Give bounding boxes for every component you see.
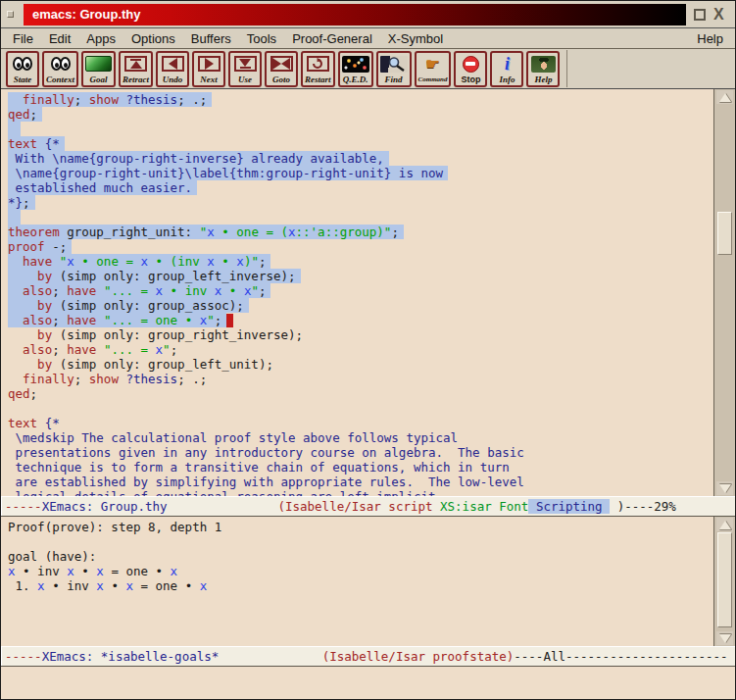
use-button[interactable]: Use <box>228 51 262 87</box>
code-line[interactable]: 1. x • inv x • x = one • x <box>8 578 713 593</box>
goals-modeline[interactable]: -----XEmacs: *isabelle-goals* (Isabelle/… <box>1 646 735 667</box>
code-line[interactable]: are established by simplifying with appr… <box>8 475 713 489</box>
code-line[interactable]: by (simp only: group_left_unit); <box>8 357 713 372</box>
token <box>8 313 23 327</box>
token: x <box>125 578 133 593</box>
close-button[interactable]: X <box>713 9 724 21</box>
goals-buffer[interactable]: Proof(prove): step 8, depth 1goal (have)… <box>1 517 713 646</box>
code-line[interactable]: also; have "... = x • inv x • x"; <box>8 283 713 298</box>
undo-button[interactable]: Undo <box>156 51 189 87</box>
source-scrollbar-thumb[interactable] <box>717 212 732 255</box>
token: qed <box>8 107 30 122</box>
scroll-up-arrow-icon[interactable] <box>716 518 733 531</box>
goal-button[interactable]: Goal <box>81 51 116 87</box>
code-line[interactable]: finally; show ?thesis; .; <box>8 92 713 107</box>
maximize-button[interactable] <box>694 9 706 21</box>
menu-x-symbol[interactable]: X-Symbol <box>380 31 451 46</box>
token: ; <box>30 107 38 122</box>
code-line[interactable] <box>8 401 713 416</box>
code-line[interactable]: *}; <box>8 195 713 210</box>
code-line[interactable]: Proof(prove): step 8, depth 1 <box>8 520 713 534</box>
menu-file[interactable]: File <box>5 31 41 46</box>
code-line[interactable] <box>8 122 713 136</box>
code-line[interactable]: technique is to form a transitive chain … <box>8 460 713 475</box>
code-line[interactable]: \medskip The calculational proof style a… <box>8 430 713 445</box>
window-menu-icon[interactable] <box>7 11 14 18</box>
menu-apps[interactable]: Apps <box>78 31 123 46</box>
state-button[interactable]: State <box>6 51 39 87</box>
stop-sign-icon <box>463 56 479 73</box>
code-line[interactable]: by (simp only: group_left_inverse); <box>8 269 713 283</box>
menu-help[interactable]: Help <box>689 31 731 46</box>
code-line[interactable]: logical details of equational reasoning … <box>8 489 713 496</box>
code-line[interactable]: qed; <box>8 386 713 401</box>
goals-scrollbar-thumb[interactable] <box>717 532 732 627</box>
token: ; <box>171 342 178 357</box>
code-line[interactable]: by (simp only: group_assoc); <box>8 298 713 313</box>
toolbar: State Context Goal Retract Undo Next Use <box>1 49 735 89</box>
code-line[interactable] <box>8 210 713 225</box>
code-line[interactable]: also; have "... = x"; <box>8 342 713 357</box>
token <box>8 298 37 313</box>
restart-cycle-icon <box>307 56 329 72</box>
scroll-down-arrow-icon[interactable] <box>716 481 733 495</box>
minibuffer[interactable] <box>1 667 735 700</box>
token: text <box>8 416 37 430</box>
info-button-label: Info <box>499 75 515 85</box>
code-line[interactable]: text {* <box>8 416 713 430</box>
modeline-segment <box>168 499 278 514</box>
code-line[interactable]: \name{group-right-unit}\label{thm:group-… <box>8 166 713 180</box>
code-line[interactable]: With \name{group-right-inverse} already … <box>8 151 713 166</box>
token: ; <box>215 313 222 327</box>
goto-button[interactable]: Goto <box>265 51 298 87</box>
code-line[interactable]: goal (have): <box>8 549 713 564</box>
retract-button[interactable]: Retract <box>119 51 153 87</box>
fireworks-icon <box>342 56 369 73</box>
code-line[interactable]: qed; <box>8 107 713 122</box>
token: x <box>96 564 104 578</box>
stop-button[interactable]: Stop <box>454 51 487 87</box>
title-bar[interactable]: emacs: Group.thy X <box>1 1 735 28</box>
code-line[interactable]: also; have "... = one • x"; <box>8 313 713 327</box>
info-button[interactable]: i Info <box>490 51 523 87</box>
scroll-down-arrow-icon[interactable] <box>716 631 733 645</box>
menu-buffers[interactable]: Buffers <box>183 31 239 46</box>
token: x <box>141 254 149 269</box>
goals-scrollbar[interactable] <box>713 517 735 646</box>
token <box>8 342 23 357</box>
menu-edit[interactable]: Edit <box>41 31 78 46</box>
context-button[interactable]: Context <box>42 51 78 87</box>
scroll-up-arrow-icon[interactable] <box>716 90 733 104</box>
code-line[interactable]: have "x • one = x • (inv x • x)"; <box>8 254 713 269</box>
source-modeline[interactable]: -----XEmacs: Group.thy (Isabelle/Isar sc… <box>1 496 735 517</box>
text-cursor <box>226 314 233 327</box>
source-scrollbar[interactable] <box>713 89 735 496</box>
token: goal (have): <box>8 549 96 564</box>
help-button[interactable]: Help <box>526 51 560 87</box>
restart-button[interactable]: Restart <box>301 51 335 87</box>
code-line[interactable] <box>8 534 713 549</box>
token: ; <box>23 195 30 210</box>
token: x <box>37 578 45 593</box>
command-button[interactable]: ☛ Command <box>415 51 452 87</box>
menu-proof-general[interactable]: Proof-General <box>284 31 380 46</box>
token: " <box>207 313 215 327</box>
token: technique is to form a transitive chain … <box>8 460 510 475</box>
next-button[interactable]: Next <box>192 51 225 87</box>
code-line[interactable]: established much easier. <box>8 180 713 195</box>
code-line[interactable]: text {* <box>8 136 713 151</box>
qed-button[interactable]: Q.E.D. <box>338 51 373 87</box>
code-line[interactable]: finally; show ?thesis; .; <box>8 372 713 386</box>
code-line[interactable]: proof -; <box>8 239 713 254</box>
find-button[interactable]: Find <box>376 51 412 87</box>
code-line[interactable]: by (simp only: group_right_inverse); <box>8 327 713 342</box>
token <box>52 254 60 269</box>
code-line[interactable]: x • inv x • x = one • x <box>8 564 713 578</box>
menu-tools[interactable]: Tools <box>239 31 284 46</box>
code-line[interactable]: theorem group_right_unit: "x • one = (x:… <box>8 225 713 239</box>
code-line[interactable]: presentations given in any introductory … <box>8 445 713 460</box>
modeline-segment: ----- <box>5 649 42 664</box>
source-buffer[interactable]: finally; show ?thesis; .;qed; text {* Wi… <box>1 89 713 496</box>
processed-region-segment: also; have "... = x • inv x • x"; <box>8 283 270 298</box>
menu-options[interactable]: Options <box>123 31 183 46</box>
